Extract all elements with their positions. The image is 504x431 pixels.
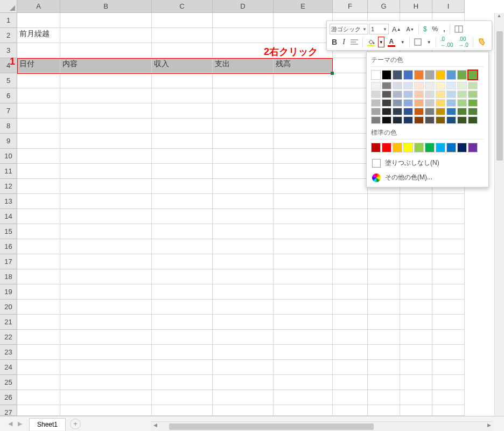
theme-shade-swatch[interactable]	[371, 91, 381, 98]
cell-E5[interactable]	[274, 73, 333, 88]
cell-C10[interactable]	[152, 149, 213, 164]
font-color-button[interactable]: A	[386, 36, 397, 48]
cell-E13[interactable]	[274, 194, 333, 209]
row-header-23[interactable]: 23	[0, 345, 17, 360]
cell-D7[interactable]	[213, 103, 274, 119]
cell-D4[interactable]: 支出	[213, 58, 274, 73]
no-fill-option[interactable]: 塗りつぶしなし(N)	[371, 156, 484, 170]
theme-shade-swatch[interactable]	[382, 99, 391, 107]
cell-E9[interactable]	[274, 134, 333, 149]
cell-B17[interactable]	[60, 254, 152, 269]
cell-F18[interactable]	[333, 269, 368, 284]
column-header-C[interactable]: C	[152, 0, 213, 13]
cell-E18[interactable]	[274, 269, 333, 284]
theme-shade-swatch[interactable]	[436, 116, 445, 124]
cell-I18[interactable]	[432, 269, 465, 284]
theme-color-swatch[interactable]	[457, 70, 467, 80]
cell-F11[interactable]	[333, 164, 368, 179]
increase-decimal-button[interactable]: .0←.00	[438, 36, 456, 48]
cell-D8[interactable]	[213, 119, 274, 134]
theme-shade-swatch[interactable]	[414, 116, 424, 124]
cell-G18[interactable]	[368, 269, 400, 284]
row-header-19[interactable]: 19	[0, 284, 17, 300]
cell-D20[interactable]	[213, 300, 274, 315]
cell-A27[interactable]	[17, 405, 60, 416]
theme-shade-swatch[interactable]	[382, 116, 391, 124]
cell-E26[interactable]	[274, 390, 333, 405]
cell-G21[interactable]	[368, 315, 400, 330]
sheet-tab[interactable]: Sheet1	[29, 418, 66, 430]
cell-E10[interactable]	[274, 149, 333, 164]
cell-B22[interactable]	[60, 330, 152, 345]
cell-H13[interactable]	[400, 194, 432, 209]
cell-I25[interactable]	[432, 375, 465, 390]
cell-C22[interactable]	[152, 330, 213, 345]
theme-shade-swatch[interactable]	[436, 99, 445, 107]
row-header-7[interactable]: 7	[0, 103, 17, 119]
cell-C2[interactable]	[152, 28, 213, 43]
cell-H21[interactable]	[400, 315, 432, 330]
cell-F26[interactable]	[333, 390, 368, 405]
standard-color-swatch[interactable]	[371, 143, 381, 152]
cell-B18[interactable]	[60, 269, 152, 284]
cell-B11[interactable]	[60, 164, 152, 179]
cell-A8[interactable]	[17, 119, 60, 134]
bold-button[interactable]: B	[330, 36, 339, 48]
theme-shade-swatch[interactable]	[425, 116, 435, 124]
cell-B2[interactable]	[60, 28, 152, 43]
cell-D25[interactable]	[213, 375, 274, 390]
cell-E19[interactable]	[274, 284, 333, 300]
cell-A20[interactable]	[17, 300, 60, 315]
cell-B23[interactable]	[60, 345, 152, 360]
h-scroll-thumb[interactable]	[169, 423, 374, 430]
row-header-27[interactable]: 27	[0, 405, 17, 416]
row-header-3[interactable]: 3	[0, 43, 17, 58]
cell-I21[interactable]	[432, 315, 465, 330]
cell-E15[interactable]	[274, 224, 333, 239]
cell-F15[interactable]	[333, 224, 368, 239]
select-all-corner[interactable]	[0, 0, 17, 13]
cell-F12[interactable]	[333, 179, 368, 194]
row-header-18[interactable]: 18	[0, 269, 17, 284]
cell-C4[interactable]: 収入	[152, 58, 213, 73]
tab-nav-prev[interactable]: ◀	[5, 420, 15, 427]
cell-E2[interactable]	[274, 28, 333, 43]
cell-G22[interactable]	[368, 330, 400, 345]
row-header-14[interactable]: 14	[0, 209, 17, 224]
cell-I20[interactable]	[432, 300, 465, 315]
cell-D16[interactable]	[213, 239, 274, 254]
cell-G27[interactable]	[368, 405, 400, 416]
standard-color-swatch[interactable]	[403, 143, 413, 152]
cell-D11[interactable]	[213, 164, 274, 179]
row-header-21[interactable]: 21	[0, 315, 17, 330]
cell-I27[interactable]	[432, 405, 465, 416]
cell-C20[interactable]	[152, 300, 213, 315]
cell-C1[interactable]	[152, 13, 213, 28]
cell-A11[interactable]	[17, 164, 60, 179]
standard-color-swatch[interactable]	[436, 143, 445, 152]
theme-shade-swatch[interactable]	[403, 82, 413, 89]
cell-C5[interactable]	[152, 73, 213, 88]
cell-C13[interactable]	[152, 194, 213, 209]
cell-A6[interactable]	[17, 88, 60, 103]
cell-H26[interactable]	[400, 390, 432, 405]
column-header-A[interactable]: A	[17, 0, 60, 13]
cell-C11[interactable]	[152, 164, 213, 179]
cell-C12[interactable]	[152, 179, 213, 194]
row-header-6[interactable]: 6	[0, 88, 17, 103]
theme-shade-swatch[interactable]	[446, 116, 456, 124]
cell-A2[interactable]: 前月繰越	[17, 28, 60, 43]
theme-shade-swatch[interactable]	[457, 108, 467, 115]
border-dropdown[interactable]: ▼	[425, 36, 433, 48]
standard-color-swatch[interactable]	[446, 143, 456, 152]
cell-B15[interactable]	[60, 224, 152, 239]
cell-F19[interactable]	[333, 284, 368, 300]
cell-E8[interactable]	[274, 119, 333, 134]
scroll-right-button[interactable]: ▶	[485, 422, 493, 431]
cell-A22[interactable]	[17, 330, 60, 345]
cell-D18[interactable]	[213, 269, 274, 284]
cell-A13[interactable]	[17, 194, 60, 209]
cell-E17[interactable]	[274, 254, 333, 269]
cell-I15[interactable]	[432, 224, 465, 239]
cell-E7[interactable]	[274, 103, 333, 119]
